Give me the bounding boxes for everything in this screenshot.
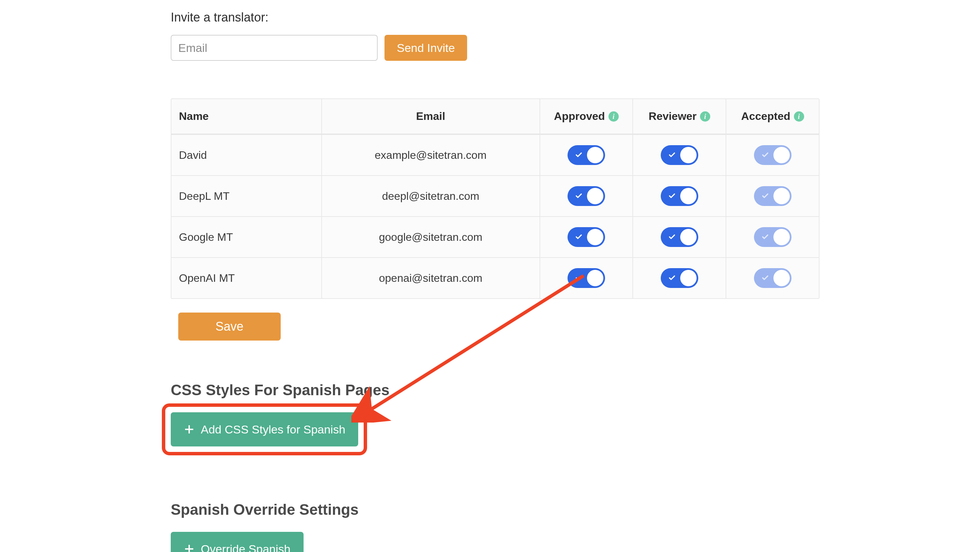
cell-approved (539, 216, 633, 257)
toggle-knob (680, 147, 697, 163)
table-row: DeepL MTdeepl@sitetran.com (172, 175, 819, 216)
add-css-styles-button[interactable]: Add CSS Styles for Spanish (171, 412, 358, 447)
check-icon (668, 149, 676, 161)
toggle-knob (680, 270, 697, 286)
toggle-switch[interactable] (754, 268, 792, 288)
check-icon (762, 231, 769, 244)
toggle-switch[interactable] (568, 186, 605, 206)
cell-approved (539, 134, 633, 175)
cell-reviewer (632, 257, 725, 298)
plus-icon (184, 544, 195, 552)
toggle-switch[interactable] (661, 186, 698, 206)
toggle-knob (587, 229, 603, 245)
invite-row: Send Invite (171, 35, 819, 61)
check-icon (668, 231, 676, 244)
check-icon (668, 190, 676, 203)
toggle-knob (680, 229, 697, 245)
info-icon[interactable]: i (700, 112, 710, 121)
toggle-switch[interactable] (661, 227, 698, 247)
toggle-knob (773, 188, 790, 204)
toggle-switch[interactable] (661, 268, 698, 288)
th-name: Name (172, 99, 321, 134)
th-reviewer-label: Reviewer (649, 110, 697, 123)
check-icon (575, 231, 582, 244)
toggle-knob (773, 270, 790, 286)
info-icon[interactable]: i (794, 112, 804, 121)
send-invite-button[interactable]: Send Invite (385, 35, 467, 61)
check-icon (575, 272, 582, 284)
table-row: Google MTgoogle@sitetran.com (172, 216, 819, 257)
check-icon (668, 272, 676, 284)
toggle-switch[interactable] (661, 145, 698, 165)
th-reviewer: Reviewer i (632, 99, 725, 134)
check-icon (575, 190, 582, 203)
check-icon (762, 190, 769, 203)
override-heading: Spanish Override Settings (171, 501, 819, 518)
check-icon (762, 272, 769, 284)
cell-email: openai@sitetran.com (321, 257, 539, 298)
toggle-switch[interactable] (754, 227, 792, 247)
toggle-knob (587, 147, 603, 163)
invite-email-input[interactable] (171, 35, 378, 61)
cell-name: DeepL MT (172, 175, 321, 216)
save-button[interactable]: Save (178, 313, 281, 341)
cell-name: OpenAI MT (172, 257, 321, 298)
th-accepted-label: Accepted (741, 110, 791, 123)
toggle-switch[interactable] (568, 268, 605, 288)
toggle-knob (587, 188, 603, 204)
cell-reviewer (632, 216, 725, 257)
plus-icon (184, 424, 195, 435)
cell-accepted (725, 216, 819, 257)
toggle-knob (773, 147, 790, 163)
cell-name: David (172, 134, 321, 175)
toggle-knob (773, 229, 790, 245)
cell-email: example@sitetran.com (321, 134, 539, 175)
toggle-switch[interactable] (754, 145, 792, 165)
th-approved-label: Approved (554, 110, 605, 123)
toggle-switch[interactable] (568, 145, 605, 165)
override-spanish-button[interactable]: Override Spanish (171, 532, 304, 552)
cell-reviewer (632, 134, 725, 175)
cell-reviewer (632, 175, 725, 216)
cell-email: deepl@sitetran.com (321, 175, 539, 216)
cell-email: google@sitetran.com (321, 216, 539, 257)
info-icon[interactable]: i (608, 112, 619, 121)
override-spanish-label: Override Spanish (201, 542, 291, 552)
check-icon (762, 149, 769, 161)
invite-label: Invite a translator: (171, 10, 819, 25)
translators-table: Name Email Approved i Reviewer i (171, 98, 819, 299)
check-icon (575, 149, 582, 161)
cell-approved (539, 175, 633, 216)
toggle-knob (587, 270, 603, 286)
cell-accepted (725, 134, 819, 175)
css-styles-heading: CSS Styles For Spanish Pages (171, 381, 819, 399)
toggle-switch[interactable] (754, 186, 792, 206)
cell-approved (539, 257, 633, 298)
th-accepted: Accepted i (725, 99, 819, 134)
cell-name: Google MT (172, 216, 321, 257)
th-email: Email (321, 99, 539, 134)
table-header-row: Name Email Approved i Reviewer i (172, 99, 819, 134)
table-row: OpenAI MTopenai@sitetran.com (172, 257, 819, 298)
add-css-styles-label: Add CSS Styles for Spanish (201, 423, 345, 436)
cell-accepted (725, 257, 819, 298)
toggle-knob (680, 188, 697, 204)
css-styles-section: CSS Styles For Spanish Pages Add CSS Sty… (171, 381, 819, 447)
cell-accepted (725, 175, 819, 216)
table-row: Davidexample@sitetran.com (172, 134, 819, 175)
toggle-switch[interactable] (568, 227, 605, 247)
override-section: Spanish Override Settings Override Spani… (171, 501, 819, 552)
th-approved: Approved i (539, 99, 633, 134)
